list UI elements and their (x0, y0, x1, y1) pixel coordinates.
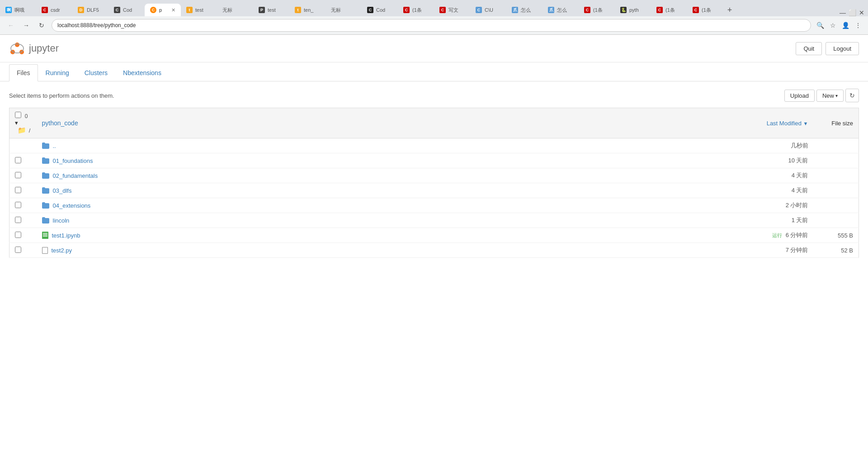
refresh-icon: ↻ (849, 92, 855, 99)
address-bar: ← → ↻ localhost:8888/tree/python_code 🔍 … (0, 16, 868, 34)
table-header-row: 0 ▾ 📁 / python_code Last Modified ▼ (9, 108, 859, 138)
tab-10[interactable]: 无标 (326, 4, 362, 16)
td-name-6[interactable]: test1.ipynb (37, 228, 732, 243)
svg-point-2 (10, 50, 15, 54)
checkbox-test1[interactable] (15, 232, 21, 238)
tab-19[interactable]: C (1条 (651, 4, 687, 16)
back-button[interactable]: ← (5, 20, 16, 31)
tab-1[interactable]: 啊 啊哦 (0, 4, 36, 16)
file-link-test1[interactable]: test1.ipynb (52, 232, 80, 239)
url-bar[interactable]: localhost:8888/tree/python_code (52, 19, 811, 32)
td-name-5[interactable]: lincoln (37, 213, 732, 228)
folder-link-02-fundamentals[interactable]: 02_fundamentals (53, 172, 98, 179)
maximize-button[interactable]: ⬜ (849, 9, 856, 16)
tab-14[interactable]: C C\U (470, 4, 506, 16)
table-row-parent[interactable]: .. 几秒前 (9, 138, 859, 153)
folder-link-01-foundations[interactable]: 01_foundations (53, 157, 93, 164)
td-name-1[interactable]: 01_foundations (37, 153, 732, 168)
profile-icon[interactable]: 👤 (841, 21, 850, 30)
quit-button[interactable]: Quit (796, 42, 822, 55)
tab-5-active[interactable]: C p ✕ (145, 4, 181, 16)
tab-3[interactable]: D DLF5 (72, 4, 108, 16)
breadcrumb-path[interactable]: python_code (42, 119, 78, 127)
td-size-1 (814, 153, 859, 168)
tab-close-icon[interactable]: ✕ (171, 7, 175, 13)
table-row-test1[interactable]: test1.ipynb 运行 6 分钟前 555 B (9, 228, 859, 243)
td-size-4 (814, 198, 859, 213)
refresh-button[interactable]: ↻ (36, 20, 47, 31)
tab-11[interactable]: C Cod (362, 4, 398, 16)
minimize-button[interactable]: — (840, 9, 846, 16)
folder-link-04-extensions[interactable]: 04_extensions (53, 202, 91, 209)
new-button[interactable]: New ▾ (816, 90, 844, 102)
checkbox-test2[interactable] (15, 247, 21, 253)
search-icon[interactable]: 🔍 (816, 21, 825, 30)
notebook-icon (42, 232, 48, 239)
checkbox-04-extensions[interactable] (15, 202, 21, 208)
checkbox-03-dlfs[interactable] (15, 187, 21, 193)
td-checkbox-5[interactable] (9, 213, 37, 228)
tab-files[interactable]: Files (9, 64, 38, 81)
dropdown-toggle[interactable]: ▾ (15, 119, 18, 126)
table-row-test2[interactable]: test2.py 7 分钟前 52 B (9, 243, 859, 258)
table-row-01-foundations[interactable]: 01_foundations 10 天前 (9, 153, 859, 168)
tab-13[interactable]: C 写文 (434, 4, 470, 16)
tab-9[interactable]: t ten_ (289, 4, 326, 16)
table-row-04-extensions[interactable]: 04_extensions 2 小时前 (9, 198, 859, 213)
td-modified-2: 4 天前 (732, 168, 814, 183)
td-name-7[interactable]: test2.py (37, 243, 732, 258)
checkbox-lincoln[interactable] (15, 217, 21, 223)
td-name-3[interactable]: 03_dlfs (37, 183, 732, 198)
tab-15[interactable]: 爪 怎么 (506, 4, 542, 16)
tab-8[interactable]: P test (253, 4, 289, 16)
td-checkbox-6[interactable] (9, 228, 37, 243)
tab-7[interactable]: 无标 (217, 4, 253, 16)
checkbox-02-fundamentals[interactable] (15, 172, 21, 178)
tab-17[interactable]: C (1条 (579, 4, 615, 16)
folder-icon (42, 202, 49, 209)
td-checkbox-4[interactable] (9, 198, 37, 213)
folder-icon (42, 143, 49, 149)
tab-bar: 啊 啊哦 C csdr D DLF5 C Cod C p ✕ t test 无标… (0, 0, 868, 16)
folder-link-03-dlfs[interactable]: 03_dlfs (53, 187, 72, 194)
svg-point-1 (19, 50, 24, 54)
parent-dir-link[interactable]: .. (53, 143, 56, 149)
td-checkbox-2[interactable] (9, 168, 37, 183)
forward-button[interactable]: → (21, 20, 32, 31)
td-name-parent[interactable]: .. (37, 138, 732, 153)
td-checkbox-1[interactable] (9, 153, 37, 168)
table-row-lincoln[interactable]: lincoln 1 天前 (9, 213, 859, 228)
th-last-modified[interactable]: Last Modified ▼ (732, 108, 814, 138)
tab-6[interactable]: t test (181, 4, 217, 16)
td-name-4[interactable]: 04_extensions (37, 198, 732, 213)
td-checkbox-7[interactable] (9, 243, 37, 258)
new-tab-button[interactable]: + (723, 4, 736, 16)
td-checkbox-3[interactable] (9, 183, 37, 198)
tab-4[interactable]: C Cod (108, 4, 145, 16)
checkbox-01-foundations[interactable] (15, 157, 21, 163)
text-file-icon (42, 247, 48, 254)
td-name-2[interactable]: 02_fundamentals (37, 168, 732, 183)
bookmark-icon[interactable]: ☆ (828, 21, 837, 30)
close-button[interactable]: ✕ (859, 9, 864, 16)
menu-icon[interactable]: ⋮ (854, 21, 863, 30)
tab-12[interactable]: C (1条 (398, 4, 434, 16)
tab-running[interactable]: Running (38, 64, 77, 81)
tab-nbextensions[interactable]: Nbextensions (115, 64, 169, 81)
table-row-02-fundamentals[interactable]: 02_fundamentals 4 天前 (9, 168, 859, 183)
jupyter-header: jupyter Quit Logout (0, 35, 868, 62)
td-modified-1: 10 天前 (732, 153, 814, 168)
select-all-checkbox[interactable] (15, 112, 21, 118)
upload-button[interactable]: Upload (784, 90, 815, 102)
table-row-03-dlfs[interactable]: 03_dlfs 4 天前 (9, 183, 859, 198)
breadcrumb-separator: / (29, 127, 31, 134)
tab-16[interactable]: 爪 怎么 (542, 4, 579, 16)
tab-2[interactable]: C csdr (36, 4, 72, 16)
folder-link-lincoln[interactable]: lincoln (53, 217, 70, 224)
tab-clusters[interactable]: Clusters (77, 64, 115, 81)
logout-button[interactable]: Logout (826, 42, 859, 55)
refresh-files-button[interactable]: ↻ (845, 89, 859, 102)
file-link-test2[interactable]: test2.py (52, 247, 72, 254)
tab-20[interactable]: C (1条 (687, 4, 723, 16)
tab-18[interactable]: 🐍 pyth (615, 4, 651, 16)
